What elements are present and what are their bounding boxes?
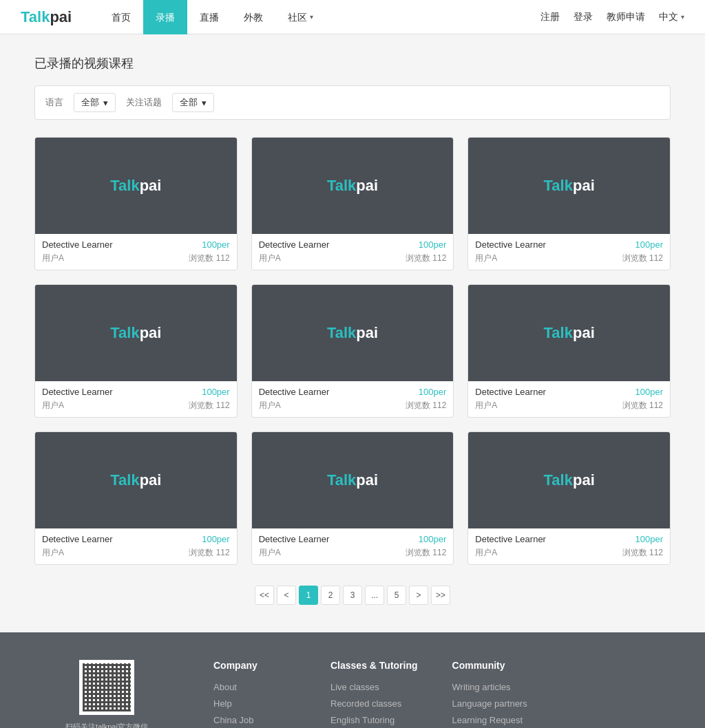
footer-col-heading: Community: [452, 660, 535, 671]
video-card[interactable]: Talkpai Detective Learner 100per 用户A 浏览数…: [467, 137, 671, 270]
video-info: Detective Learner 100per 用户A 浏览数 112: [35, 381, 237, 417]
video-thumbnail: Talkpai: [252, 285, 454, 381]
video-user: 用户A: [475, 547, 497, 559]
footer-link[interactable]: China Job: [213, 715, 254, 725]
header: Talkpai 首页 录播 直播 外教 社区 ▾ 注册 登录 教师申请 中文 ▾: [0, 0, 705, 34]
nav-record[interactable]: 录播: [143, 0, 187, 34]
page-button[interactable]: 2: [321, 586, 340, 605]
thumb-logo: Talkpai: [327, 471, 378, 489]
video-card[interactable]: Talkpai Detective Learner 100per 用户A 浏览数…: [251, 431, 454, 565]
video-title: Detective Learner: [42, 239, 113, 250]
video-title: Detective Learner: [259, 239, 330, 250]
video-price: 100per: [635, 534, 663, 544]
topic-filter-chevron-icon: ▾: [202, 98, 207, 108]
nav-home[interactable]: 首页: [99, 0, 143, 34]
page-button[interactable]: 5: [387, 586, 406, 605]
video-price: 100per: [202, 534, 229, 544]
page-button[interactable]: ...: [365, 586, 384, 605]
register-link[interactable]: 注册: [540, 11, 560, 23]
footer-link[interactable]: English Tutoring: [330, 715, 394, 725]
footer-link[interactable]: About: [213, 682, 237, 692]
video-user: 用户A: [42, 253, 64, 264]
logo-talk: Talk: [21, 8, 50, 25]
lang-filter-value: 全部: [81, 96, 99, 109]
lang-filter-label: 语言: [45, 96, 63, 109]
nav-live[interactable]: 直播: [187, 0, 231, 34]
footer-link[interactable]: Language partners: [452, 698, 527, 709]
video-card[interactable]: Talkpai Detective Learner 100per 用户A 浏览数…: [251, 284, 454, 418]
footer-link[interactable]: Recorded classes: [330, 698, 401, 709]
login-link[interactable]: 登录: [574, 11, 593, 23]
video-title-row: Detective Learner 100per: [259, 239, 447, 250]
video-title-row: Detective Learner 100per: [259, 387, 447, 397]
video-info: Detective Learner 100per 用户A 浏览数 112: [468, 234, 670, 270]
video-title: Detective Learner: [475, 387, 546, 397]
footer-qr: 扫码关注talkpai官方微信 f g t w G ● ● Copyright@…: [41, 660, 172, 728]
footer-col-heading: Company: [213, 660, 296, 671]
video-views: 浏览数 112: [622, 547, 663, 559]
topic-filter-select[interactable]: 全部 ▾: [172, 93, 214, 112]
thumb-logo: Talkpai: [110, 471, 161, 489]
video-card[interactable]: Talkpai Detective Learner 100per 用户A 浏览数…: [34, 431, 238, 565]
video-user: 用户A: [259, 547, 281, 559]
page-button[interactable]: <<: [255, 586, 274, 605]
video-price: 100per: [419, 239, 446, 250]
video-views: 浏览数 112: [406, 253, 446, 264]
teacher-apply-link[interactable]: 教师申请: [607, 11, 645, 23]
video-info: Detective Learner 100per 用户A 浏览数 112: [468, 381, 670, 417]
video-card[interactable]: Talkpai Detective Learner 100per 用户A 浏览数…: [34, 137, 238, 270]
video-info: Detective Learner 100per 用户A 浏览数 112: [468, 528, 670, 564]
video-views: 浏览数 112: [189, 253, 229, 264]
thumb-logo: Talkpai: [327, 324, 378, 342]
video-price: 100per: [419, 534, 446, 544]
lang-chevron-icon: ▾: [681, 13, 684, 21]
page-title: 已录播的视频课程: [34, 55, 671, 72]
topic-filter-value: 全部: [180, 96, 198, 109]
video-card[interactable]: Talkpai Detective Learner 100per 用户A 浏览数…: [467, 431, 671, 565]
video-meta-row: 用户A 浏览数 112: [475, 253, 663, 264]
video-card[interactable]: Talkpai Detective Learner 100per 用户A 浏览数…: [34, 284, 238, 418]
page-button[interactable]: >: [409, 586, 428, 605]
video-title: Detective Learner: [42, 387, 113, 397]
video-price: 100per: [635, 239, 663, 250]
video-meta-row: 用户A 浏览数 112: [42, 400, 230, 411]
main-content: 已录播的视频课程 语言 全部 ▾ 关注话题 全部 ▾ Talkpai Detec…: [0, 34, 705, 632]
footer-link[interactable]: Help: [213, 698, 232, 709]
lang-selector[interactable]: 中文 ▾: [659, 11, 684, 23]
video-card[interactable]: Talkpai Detective Learner 100per 用户A 浏览数…: [251, 137, 454, 270]
page-button[interactable]: 3: [343, 586, 362, 605]
nav-community[interactable]: 社区 ▾: [275, 0, 326, 34]
video-views: 浏览数 112: [406, 400, 446, 411]
video-info: Detective Learner 100per 用户A 浏览数 112: [252, 234, 454, 270]
logo[interactable]: Talkpai: [21, 8, 72, 26]
nav-foreign[interactable]: 外教: [231, 0, 275, 34]
lang-filter-select[interactable]: 全部 ▾: [74, 93, 116, 112]
video-info: Detective Learner 100per 用户A 浏览数 112: [252, 381, 454, 417]
page-button[interactable]: 1: [299, 586, 318, 605]
page-button[interactable]: >>: [431, 586, 450, 605]
chevron-down-icon: ▾: [310, 0, 313, 34]
page-button[interactable]: <: [277, 586, 296, 605]
header-right: 注册 登录 教师申请 中文 ▾: [540, 11, 684, 23]
footer-link[interactable]: Live classes: [330, 682, 379, 692]
video-title-row: Detective Learner 100per: [475, 534, 663, 544]
qr-label: 扫码关注talkpai官方微信: [65, 722, 148, 728]
lang-filter-chevron-icon: ▾: [103, 98, 108, 108]
video-info: Detective Learner 100per 用户A 浏览数 112: [35, 528, 237, 564]
video-grid: Talkpai Detective Learner 100per 用户A 浏览数…: [34, 137, 671, 565]
logo-pai: pai: [50, 8, 72, 25]
video-meta-row: 用户A 浏览数 112: [475, 400, 663, 411]
footer-link[interactable]: Writing articles: [452, 682, 511, 692]
video-user: 用户A: [42, 547, 64, 559]
video-price: 100per: [419, 387, 446, 397]
video-card[interactable]: Talkpai Detective Learner 100per 用户A 浏览数…: [467, 284, 671, 418]
thumb-logo: Talkpai: [544, 177, 595, 195]
video-thumbnail: Talkpai: [35, 285, 237, 381]
thumb-logo: Talkpai: [544, 324, 595, 342]
video-views: 浏览数 112: [622, 253, 663, 264]
footer-link[interactable]: Learning Request: [452, 715, 523, 725]
video-views: 浏览数 112: [622, 400, 663, 411]
video-title: Detective Learner: [259, 534, 330, 544]
video-user: 用户A: [259, 253, 281, 264]
video-price: 100per: [635, 387, 663, 397]
